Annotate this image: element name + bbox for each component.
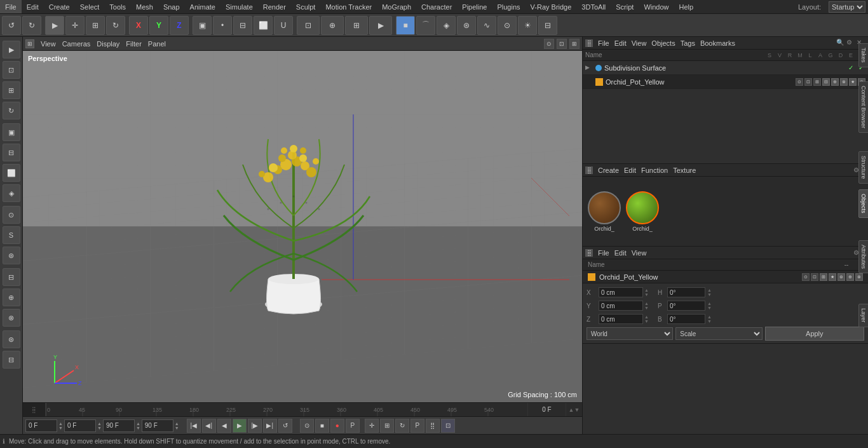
coord-z-pos-field[interactable]: 0 cm xyxy=(599,314,643,324)
undo-button[interactable]: ↺ xyxy=(2,16,21,35)
content-browser-tab[interactable]: Content Browser xyxy=(858,81,868,133)
sidebar-btn-15[interactable]: ⊛ xyxy=(3,330,20,348)
mat-menu-texture[interactable]: Texture xyxy=(673,166,696,174)
sidebar-btn-11[interactable]: ⊛ xyxy=(3,247,20,264)
sidebar-btn-14[interactable]: ⊗ xyxy=(3,309,20,327)
mat-menu-function[interactable]: Function xyxy=(641,166,668,174)
coord-x-pos-field[interactable]: 0 cm xyxy=(599,287,643,297)
coord-b-arrows[interactable]: ▲▼ xyxy=(707,315,712,323)
menu-plugins[interactable]: Plugins xyxy=(492,0,525,13)
timeline-tool-5[interactable]: ⣿ xyxy=(426,419,440,433)
viewport-corner-icon[interactable]: ⊞ xyxy=(25,39,34,48)
spline-button[interactable]: ∿ xyxy=(477,16,496,35)
end-frame-input-2[interactable]: 90 F xyxy=(142,419,173,432)
coord-x-pos-arrows[interactable]: ▲▼ xyxy=(644,288,649,297)
sidebar-btn-3[interactable]: ⊞ xyxy=(3,81,20,99)
loft-button[interactable]: ◈ xyxy=(437,16,456,35)
sidebar-btn-9[interactable]: ⊙ xyxy=(3,206,20,224)
start-frame-input[interactable]: 0 F xyxy=(64,419,96,432)
x-axis-button[interactable]: X xyxy=(129,16,148,35)
obj-menu-bookmarks[interactable]: Bookmarks xyxy=(700,39,735,47)
goto-start-button[interactable]: |◀ xyxy=(187,419,201,433)
menu-3dtoall[interactable]: 3DToAll xyxy=(576,0,611,13)
loop-button[interactable]: ↺ xyxy=(278,419,292,433)
scale-tool-button[interactable]: ⊞ xyxy=(86,16,105,35)
move-tool-button[interactable]: ✛ xyxy=(65,16,85,35)
menu-animate[interactable]: Animate xyxy=(185,0,220,13)
sidebar-btn-12[interactable]: ⊟ xyxy=(3,268,20,286)
current-frame-input[interactable]: 0 F xyxy=(25,419,57,432)
attr-menu-edit[interactable]: Edit xyxy=(614,249,627,257)
obj-menu-tags[interactable]: Tags xyxy=(681,39,695,47)
viewport-menu-view[interactable]: View xyxy=(41,40,56,48)
obj-search-icon[interactable]: 🔍 xyxy=(836,39,845,48)
render-all-button[interactable]: ⊞ xyxy=(345,16,368,35)
deform-button[interactable]: ⊛ xyxy=(457,16,476,35)
coord-h-arrows[interactable]: ▲▼ xyxy=(707,288,712,297)
frame-arrows-1[interactable]: ▲ ▼ xyxy=(58,421,63,430)
goto-end-button[interactable]: ▶| xyxy=(263,419,277,433)
select-tool-button[interactable]: ▶ xyxy=(45,16,64,35)
viewport-menu-display[interactable]: Display xyxy=(97,40,119,48)
sidebar-btn-10[interactable]: S xyxy=(3,226,20,244)
menu-motion-tracker[interactable]: Motion Tracker xyxy=(320,0,377,13)
obj-menu-view[interactable]: View xyxy=(632,39,647,47)
render-region-button[interactable]: ⊡ xyxy=(297,16,320,35)
obj-settings-icon[interactable]: ⚙ xyxy=(846,39,855,48)
menu-file[interactable]: File xyxy=(0,0,22,13)
layer-tab[interactable]: Layer xyxy=(858,304,868,327)
z-axis-button[interactable]: Z xyxy=(170,16,189,35)
frame-arrows-3[interactable]: ▲ ▼ xyxy=(136,421,140,430)
attr-menu-file[interactable]: File xyxy=(598,249,609,257)
frame-arrows-2[interactable]: ▲ ▼ xyxy=(97,421,102,430)
scale-select[interactable]: Scale xyxy=(675,327,762,340)
viewport-icon-1[interactable]: ⊙ xyxy=(544,39,554,49)
sidebar-btn-16[interactable]: ⊟ xyxy=(3,351,20,369)
material-item-2[interactable]: Orchid_ xyxy=(626,191,659,232)
uvw-mode-button[interactable]: U xyxy=(274,16,293,35)
end-frame-input[interactable]: 90 F xyxy=(103,419,135,432)
light-button[interactable]: ☀ xyxy=(518,16,537,35)
points-mode-button[interactable]: • xyxy=(213,16,232,35)
obj-item-subdivision[interactable]: ▶ Subdivision Surface ✓ ✓ xyxy=(583,61,868,75)
3d-viewport[interactable]: Perspective Grid Spacing : 100 cm X Y Z xyxy=(23,51,582,402)
record-button[interactable]: ● xyxy=(330,419,344,433)
rotate-tool-button[interactable]: ↻ xyxy=(106,16,125,35)
timeline-view-button[interactable]: ⊡ xyxy=(441,419,455,433)
obj-menu-objects[interactable]: Objects xyxy=(651,39,675,47)
prev-play-button[interactable]: ◀ xyxy=(217,419,231,433)
menu-edit[interactable]: Edit xyxy=(22,0,44,13)
sidebar-btn-4[interactable]: ↻ xyxy=(3,102,20,119)
menu-help[interactable]: Help xyxy=(674,0,699,13)
attributes-tab[interactable]: Attributes xyxy=(858,240,868,273)
menu-select[interactable]: Select xyxy=(75,0,105,13)
coord-p-arrows[interactable]: ▲▼ xyxy=(707,301,712,310)
stop-button[interactable]: ■ xyxy=(315,419,329,433)
obj-expand-icon[interactable]: ▶ xyxy=(585,64,593,72)
viewport-menu-panel[interactable]: Panel xyxy=(148,40,166,48)
coord-y-pos-field[interactable]: 0 cm xyxy=(599,301,643,311)
menu-sculpt[interactable]: Sculpt xyxy=(291,0,321,13)
frame-arrows-4[interactable]: ▲ ▼ xyxy=(175,421,179,430)
timeline-tool-2[interactable]: ⊞ xyxy=(380,419,394,433)
material-item-1[interactable]: Orchid_ xyxy=(588,191,621,232)
render-button[interactable]: ▶ xyxy=(369,16,392,35)
camera-button[interactable]: ⊙ xyxy=(498,16,517,35)
sidebar-btn-13[interactable]: ⊕ xyxy=(3,288,20,306)
viewport-icon-3[interactable]: ⊞ xyxy=(569,39,580,49)
menu-pipeline[interactable]: Pipeline xyxy=(457,0,492,13)
mat-menu-edit[interactable]: Edit xyxy=(624,166,636,174)
obj-item-orchid[interactable]: Orchid_Pot_Yellow ⊙ ⊡ ⊞ ⊟ ⊕ ⊗ ★ ⊛ xyxy=(583,75,868,89)
timeline-tool-3[interactable]: ↻ xyxy=(395,419,409,433)
world-select[interactable]: World xyxy=(587,327,673,340)
viewport-icon-2[interactable]: ⊡ xyxy=(557,39,567,49)
keyframe-button[interactable]: ⊙ xyxy=(300,419,314,433)
coord-h-field[interactable]: 0° xyxy=(667,287,705,297)
coord-y-pos-arrows[interactable]: ▲▼ xyxy=(644,301,649,310)
menu-mograph[interactable]: MoGraph xyxy=(377,0,416,13)
menu-render[interactable]: Render xyxy=(258,0,291,13)
attr-object-row[interactable]: Orchid_Pot_Yellow ⊙ ⊡ ⊞ ★ ⊛ ⊕ ⊗ xyxy=(583,271,868,283)
menu-mesh[interactable]: Mesh xyxy=(131,0,158,13)
menu-vray[interactable]: V-Ray Bridge xyxy=(526,0,577,13)
edges-mode-button[interactable]: ⊟ xyxy=(233,16,252,35)
